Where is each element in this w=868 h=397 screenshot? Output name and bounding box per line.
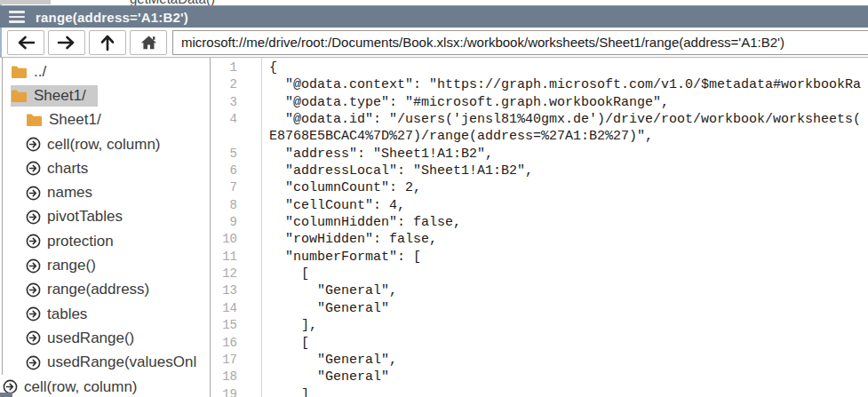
goto-icon [26,186,41,201]
tree-item-label: range() [47,257,96,274]
line-number: 17 [211,352,261,369]
line-number: 10 [211,231,261,248]
line-number: 1 [211,60,261,76]
tree-item-label: charts [47,160,88,178]
code-line: ] [269,386,868,397]
sidebar: ../Sheet1/Sheet1/cell(row, column)charts… [0,58,211,397]
sidebar-item-usedrange-valuesonl[interactable]: usedRange(valuesOnl [3,351,210,375]
line-number: 15 [211,317,261,334]
window-fragment-bottom [0,393,12,397]
code-line: E8768E5BCAC4%7D%27)/range(address=%27A1:… [269,128,868,145]
goto-icon [26,210,41,225]
line-number: 14 [211,300,261,317]
line-number: 6 [211,163,261,179]
tree-item-inner: usedRange(valuesOnl [26,352,196,373]
sidebar-item-pivottables[interactable]: pivotTables [3,205,210,229]
tree-item-label: usedRange(valuesOnl [47,353,196,371]
tree-panel: ../Sheet1/Sheet1/cell(row, column)charts… [2,58,210,375]
tree-item-inner: protection [26,231,114,252]
code-area: { "@odata.context": "https://graph.micro… [262,58,868,397]
line-number: 11 [211,249,261,266]
sidebar-item-sheet1[interactable]: Sheet1/ [3,83,210,107]
tree-item-label: protection [47,233,114,250]
sidebar-item-usedrange[interactable]: usedRange() [3,326,210,350]
goto-icon [26,330,41,345]
code-line: "address": "Sheet1!A1:B2", [269,146,868,163]
sidebar-item-protection[interactable]: protection [3,229,210,253]
tree-item-inner: Sheet1/ [11,85,98,107]
tree-item-inner: usedRange() [26,328,134,349]
line-number: 4 [211,111,261,128]
up-button[interactable] [89,30,126,55]
code-line: "General" [269,369,868,385]
forward-button[interactable] [48,30,85,55]
line-number [211,128,261,145]
sidebar-item-[interactable]: ../ [3,60,210,83]
back-arrow-icon [16,36,36,50]
line-number: 16 [211,335,261,352]
line-number: 9 [211,214,261,231]
line-number: 12 [211,266,261,282]
code-line: "General" [269,300,868,317]
line-number: 8 [211,197,261,214]
tree-item-label: Sheet1/ [49,111,101,129]
title-bar: range(address='A1:B2') [0,5,868,28]
sidebar-item-range-address[interactable]: range(address) [3,278,210,302]
tree-item-label: pivotTables [47,208,123,226]
forward-arrow-icon [57,36,76,50]
navigation-toolbar [0,28,868,57]
main-area: ../Sheet1/Sheet1/cell(row, column)charts… [0,57,868,397]
code-line: "cellCount": 4, [269,197,868,214]
sidebar-item-charts[interactable]: charts [3,156,210,180]
goto-icon [26,137,41,152]
code-line: "@odata.type": "#microsoft.graph.workboo… [269,94,868,111]
code-line: "@odata.context": "https://graph.microso… [269,76,868,93]
goto-icon [26,282,41,298]
tree-item-label: Sheet1/ [34,87,86,105]
code-line: { [269,60,868,76]
line-number: 2 [211,76,261,93]
sidebar-item-tables[interactable]: tables [3,302,210,326]
tree-item-label: cell(row, column) [47,136,161,154]
code-line: [ [269,266,868,282]
tree-item-label: usedRange() [47,330,134,347]
goto-icon [26,355,41,370]
tree-item-label: names [47,184,92,202]
code-line: "numberFormat": [ [269,249,868,266]
tree-item-inner: range(address) [26,279,149,300]
code-line: "columnCount": 2, [269,179,868,196]
code-line: "rowHidden": false, [269,231,868,248]
tree-item-inner: cell(row, column) [26,134,161,155]
sidebar-item-range[interactable]: range() [3,253,210,277]
line-number-gutter: 12345678910111213141516171819 [211,58,262,397]
tree-item-inner: charts [26,158,88,179]
code-line: "General", [269,352,868,369]
sidebar-item-names[interactable]: names [3,180,210,204]
tree-item-label: tables [47,306,87,323]
tree-item-inner: cell(row, column) [3,377,138,397]
app-window: getMetaData() range(address='A1:B2') ../… [0,0,868,397]
sidebar-item-sheet1[interactable]: Sheet1/ [3,108,210,132]
sidebar-item-cell-row-column[interactable]: cell(row, column) [3,132,210,156]
tree-item-label: range(address) [47,281,149,298]
home-button[interactable] [130,30,167,55]
code-line: "addressLocal": "Sheet1!A1:B2", [269,163,868,179]
code-line: [ [269,335,868,352]
address-bar-input[interactable] [172,30,868,55]
tree-item-inner: names [26,182,92,203]
goto-icon [26,161,41,176]
home-icon [140,35,157,50]
tree-item-label: cell(row, column) [24,378,138,396]
fragment-bar [0,0,51,4]
page-title: range(address='A1:B2') [36,10,188,25]
hamburger-menu-icon[interactable] [9,11,25,22]
code-line: ], [269,317,868,334]
sidebar-item-cell-row-column[interactable]: cell(row, column) [0,375,210,397]
code-line: "columnHidden": false, [269,214,868,231]
tree-item-label: ../ [34,63,46,81]
goto-icon [26,234,41,249]
tree-item-inner: Sheet1/ [26,109,101,131]
line-number: 13 [211,282,261,299]
back-button[interactable] [7,30,44,55]
folder-icon [11,65,28,79]
